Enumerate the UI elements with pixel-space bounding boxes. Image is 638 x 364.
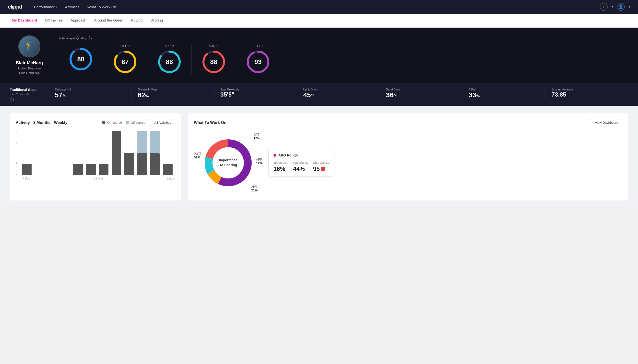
tab-scoring[interactable]: Scoring: [146, 14, 167, 28]
donut-container: Importance To Scoring PUTT 57% OTT 10%: [194, 131, 263, 194]
bar-group: [111, 131, 122, 175]
bar-group: [136, 131, 148, 175]
nav-what-to-work-on[interactable]: What To Work On: [87, 4, 116, 10]
stat-greens-in-reg: Greens In Reg 62%: [132, 88, 215, 99]
x-label-feb: 7 Feb: [23, 177, 30, 180]
score-app-label: APP ↗: [165, 44, 174, 48]
arg-detail-title: ARG Rough: [274, 153, 329, 157]
work-on-header: What To Work On View Dashboard: [194, 119, 622, 126]
donut-center-line2: To Scoring: [219, 163, 237, 168]
work-on-card: What To Work On View Dashboard: [188, 113, 628, 200]
arg-stats: Importance 16% Opportunity 44% Shot Qual…: [274, 161, 329, 172]
gauge-arg: 88: [201, 50, 226, 74]
donut-label-arg: ARG 21%: [251, 185, 258, 192]
user-avatar-button[interactable]: 👤: [617, 3, 625, 11]
gauge-app: 86: [157, 50, 182, 74]
player-info: 🏌️ Blair McHarg United Kingdom Plus Hand…: [10, 36, 49, 75]
tab-my-dashboard[interactable]: My Dashboard: [8, 14, 41, 28]
stat-scoring-label: Scoring Average: [552, 88, 622, 91]
nav-performance[interactable]: Performance ▾: [34, 4, 57, 10]
scores-row: 88 OTT ↗ 87 AP: [59, 44, 628, 74]
y-label-1: 1: [16, 162, 17, 165]
y-label-3: 3: [16, 141, 17, 144]
player-country: United Kingdom: [18, 66, 41, 70]
tab-off-the-tee[interactable]: Off the Tee: [41, 14, 67, 28]
arg-opportunity-label: Opportunity: [293, 161, 308, 164]
plus-icon: ＋: [601, 4, 606, 10]
y-label-2: 2: [16, 152, 17, 154]
bar-on-course: [150, 153, 160, 175]
gauge-putt: 93: [246, 50, 270, 74]
score-ott-value: 87: [122, 58, 129, 66]
player-handicap: Plus Handicap: [19, 71, 40, 75]
arg-opportunity-value: 44%: [293, 166, 308, 172]
tab-approach[interactable]: Approach: [67, 14, 90, 28]
bar-on-course: [137, 153, 147, 175]
all-activities-button[interactable]: All Activities: [150, 119, 175, 126]
bar-group: [85, 131, 96, 175]
x-label-may: 9 May: [167, 177, 175, 180]
chevron-down-icon-user: ▾: [629, 5, 630, 8]
score-arg: ARG ↗ 88: [192, 44, 236, 74]
stats-info-icon[interactable]: ?: [10, 98, 14, 102]
nav-performance-label: Performance: [34, 5, 55, 9]
hero-section: 🏌️ Blair McHarg United Kingdom Plus Hand…: [0, 28, 638, 83]
bar-off-course: [137, 131, 147, 153]
main-content: Activity - 3 Months - Weekly On course O…: [0, 106, 638, 207]
arrow-icon-arg: ↗: [216, 44, 219, 48]
chart-legend: On course Off course: [102, 121, 145, 124]
bar-on-course: [73, 164, 83, 175]
bar-group: [72, 131, 84, 175]
stat-app-prox-value: 35'5": [220, 91, 291, 98]
tab-around-the-green[interactable]: Around the Green: [90, 14, 127, 28]
stat-fairways-value: 57%: [55, 91, 126, 99]
traditional-stats-period: Last 20 rounds: [10, 93, 43, 96]
arg-pct: 21%: [251, 188, 258, 192]
bar-group: [162, 131, 173, 175]
score-arg-label: ARG ↗: [209, 44, 219, 48]
stats-label-block: Traditional Stats Last 20 rounds ?: [10, 88, 49, 102]
score-arg-value: 88: [210, 58, 218, 66]
arrow-icon-putt: ↗: [261, 44, 264, 48]
legend-dot-on-course: [102, 121, 105, 124]
gauge-ott: 87: [113, 50, 137, 74]
nav-activities-label: Activities: [65, 5, 80, 9]
bar-chart: 0 1 2 3 4: [16, 131, 175, 180]
stat-fairways-label: Fairways Hit: [55, 88, 126, 91]
donut-area: Importance To Scoring PUTT 57% OTT 10%: [194, 131, 263, 194]
stat-updown-value: 45%: [303, 91, 374, 99]
stat-fairways-hit: Fairways Hit 57%: [49, 88, 132, 99]
stat-app-prox-label: App. Proximity: [220, 88, 291, 91]
player-name: Blair McHarg: [16, 60, 43, 66]
arg-dot-icon: [274, 154, 276, 157]
tab-my-dashboard-label: My Dashboard: [12, 18, 37, 22]
bar-group: [98, 131, 109, 175]
stat-sand-value: 36%: [386, 91, 457, 99]
chart-area: 0 1 2 3 4: [16, 131, 175, 175]
stat-sand-label: Sand Save: [386, 88, 457, 91]
tpq-info-icon[interactable]: ?: [88, 36, 92, 40]
chevron-down-icon: ▾: [56, 6, 57, 8]
tpq-label-text: Total Player Quality: [59, 36, 86, 40]
donut-label-ott: OTT 10%: [254, 133, 260, 140]
score-ott-label: OTT ↗: [120, 44, 130, 48]
tab-around-the-green-label: Around the Green: [94, 18, 123, 22]
view-dashboard-button[interactable]: View Dashboard: [591, 119, 622, 126]
stat-sand-save: Sand Save 36%: [380, 88, 463, 99]
score-app-value: 86: [166, 58, 173, 66]
y-label-0: 0: [16, 172, 17, 175]
bar-on-course: [163, 164, 172, 175]
nav-activities[interactable]: Activities: [65, 4, 80, 10]
arg-opportunity: Opportunity 44%: [293, 161, 308, 172]
nav-what-to-work-on-label: What To Work On: [87, 5, 116, 9]
add-button[interactable]: ＋: [600, 3, 608, 11]
score-total: 88: [59, 47, 103, 72]
bars-container: [19, 131, 175, 175]
arg-importance-value: 16%: [274, 166, 288, 172]
app-pct: 12%: [256, 161, 263, 165]
tab-putting[interactable]: Putting: [127, 14, 147, 28]
legend-dot-off-course: [126, 121, 129, 124]
stat-app-proximity: App. Proximity 35'5": [215, 88, 297, 98]
bar-on-course: [99, 164, 108, 175]
work-on-title: What To Work On: [194, 120, 227, 125]
